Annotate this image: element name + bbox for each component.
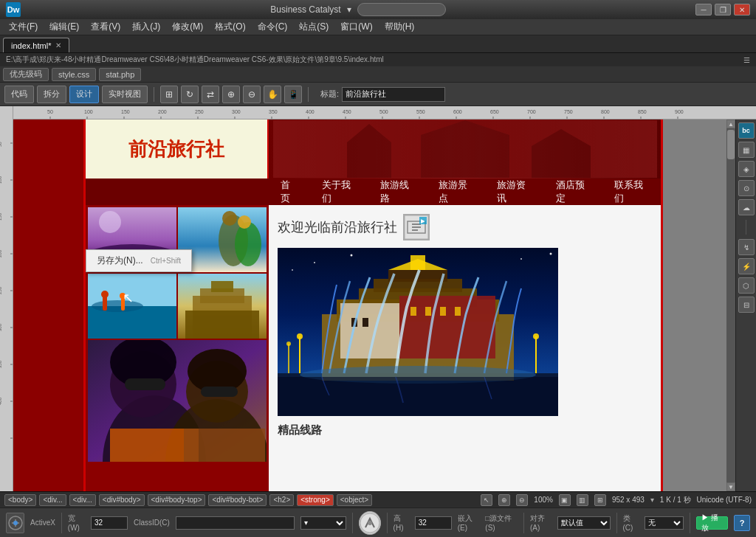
device-icon[interactable]: 📱	[284, 86, 302, 103]
nav-about[interactable]: 关于我们	[310, 179, 368, 205]
bc-dropdown-icon[interactable]: ▾	[347, 4, 351, 15]
svg-rect-69	[88, 306, 176, 339]
status-tag-strong[interactable]: <strong>	[297, 494, 333, 506]
scroll-thumb[interactable]	[727, 130, 735, 159]
menu-edit[interactable]: 编辑(E)	[44, 19, 85, 35]
size-icon[interactable]: ▣	[559, 494, 571, 506]
width-input[interactable]	[91, 516, 128, 530]
main-tab-close[interactable]: ✕	[55, 41, 61, 49]
zoom-icon-status[interactable]: ⊕	[498, 494, 510, 506]
svg-text:700: 700	[527, 109, 536, 114]
embed-label: 嵌入(E)	[458, 513, 480, 532]
width-label: 宽(W)	[68, 513, 85, 532]
device-icon-status[interactable]: ▥	[577, 494, 588, 506]
hand-icon[interactable]: ✋	[264, 86, 281, 103]
preview-icon[interactable]: ⊞	[160, 86, 178, 103]
search-input[interactable]	[357, 3, 446, 16]
zoom-level: 100%	[534, 496, 553, 504]
panel-code-icon[interactable]: ⚡	[738, 258, 755, 274]
svg-text:350: 350	[269, 109, 278, 114]
activex-label: ActiveX	[30, 519, 55, 527]
menu-site[interactable]: 站点(S)	[293, 19, 334, 35]
panel-panel-icon[interactable]: ⊟	[738, 297, 755, 313]
svg-point-72	[101, 291, 109, 298]
subtab-css[interactable]: style.css	[52, 68, 96, 81]
menu-window[interactable]: 窗口(W)	[334, 19, 378, 35]
title-bar: Dw Business Catalyst ▾ ─ ❐ ✕	[0, 0, 756, 19]
nav-contact[interactable]: 联系我们	[602, 179, 661, 205]
menu-format[interactable]: 格式(O)	[209, 19, 251, 35]
menu-bar: 文件(F) 编辑(E) 查看(V) 插入(J) 修改(M) 格式(O) 命令(C…	[0, 19, 756, 35]
menu-insert[interactable]: 插入(J)	[126, 19, 166, 35]
panel-server-icon[interactable]: ☁	[738, 199, 755, 215]
classid-input[interactable]	[176, 516, 295, 530]
zoom-icon[interactable]: ⊕	[222, 86, 240, 103]
align-select[interactable]: 默认值	[557, 516, 610, 530]
svg-rect-110	[410, 255, 425, 270]
minimize-button[interactable]: ─	[695, 4, 712, 15]
featured-title: 精品线路	[278, 423, 652, 437]
svg-text:150: 150	[121, 109, 130, 114]
zoom-out-icon[interactable]: ⊖	[243, 86, 261, 103]
class-select[interactable]: 无	[645, 516, 684, 530]
filter-icon[interactable]: ☰	[743, 56, 750, 64]
split-button[interactable]: 拆分	[37, 86, 66, 103]
main-tab[interactable]: index.html* ✕	[3, 38, 69, 52]
activex-icon	[6, 513, 24, 533]
panel-bc-icon[interactable]: bc	[738, 122, 755, 139]
subtab-current[interactable]: 优先级码	[3, 68, 49, 81]
status-tag-body[interactable]: <body>	[4, 494, 36, 506]
menu-help[interactable]: 帮助(H)	[379, 19, 421, 35]
status-tag-divbodytop[interactable]: <div#body-top>	[148, 494, 206, 506]
zoom-out-icon-status[interactable]: ⊖	[516, 494, 528, 506]
restore-button[interactable]: ❐	[715, 4, 731, 15]
layout-icon[interactable]: ⊞	[594, 494, 606, 506]
menu-modify[interactable]: 修改(M)	[166, 19, 209, 35]
prop-sep-6	[690, 513, 690, 533]
code-button[interactable]: 代码	[4, 86, 34, 103]
classid-select[interactable]: ▾	[300, 516, 346, 530]
design-button[interactable]: 设计	[69, 86, 99, 103]
play-button[interactable]: ▶ 播放	[696, 516, 728, 530]
panel-sync-icon[interactable]: ↯	[738, 239, 755, 255]
status-tag-divbodybot[interactable]: <div#body-bot>	[208, 494, 267, 506]
svg-text:250: 250	[0, 286, 2, 294]
nav-hotel[interactable]: 酒店预定	[544, 179, 602, 205]
nav-home[interactable]: 首页	[269, 179, 310, 205]
sync-icon[interactable]: ⇄	[202, 86, 219, 103]
nav-routes[interactable]: 旅游线路	[368, 179, 427, 205]
status-tag-object[interactable]: <object>	[337, 494, 372, 506]
status-tag-h2[interactable]: <h2>	[269, 494, 294, 506]
menu-command[interactable]: 命令(C)	[252, 19, 294, 35]
subtab-php[interactable]: stat.php	[99, 68, 141, 81]
height-input[interactable]	[415, 516, 452, 530]
select-tool-icon[interactable]: ↖	[481, 494, 492, 506]
status-tag-divbody[interactable]: <div#body>	[99, 494, 145, 506]
page-title-input[interactable]	[342, 87, 445, 102]
nav-news[interactable]: 旅游资讯	[485, 179, 543, 205]
file-info: 1 K / 1 秒	[660, 495, 691, 505]
refresh-icon[interactable]: ↻	[181, 86, 199, 103]
scroll-down-arrow[interactable]: ▼	[726, 482, 735, 491]
panel-plug-icon[interactable]: ⬡	[738, 277, 755, 294]
panel-db-icon[interactable]: ⊙	[738, 180, 755, 196]
menu-view[interactable]: 查看(V)	[85, 19, 126, 35]
status-tag-div2[interactable]: <div...	[69, 494, 96, 506]
panel-files-icon[interactable]: ▦	[738, 142, 755, 158]
prop-help-icon[interactable]: ?	[734, 515, 750, 531]
close-button[interactable]: ✕	[734, 4, 750, 15]
svg-text:50: 50	[0, 142, 2, 147]
prop-sep-2	[352, 513, 353, 533]
svg-rect-84	[125, 378, 165, 390]
menu-file[interactable]: 文件(F)	[3, 19, 44, 35]
horizontal-ruler: 50 100 150 200 250 300 350 400 450 500 5…	[13, 106, 756, 119]
save-as-menu-item[interactable]: 另存为(N)... Ctrl+Shift	[86, 252, 191, 270]
vertical-scrollbar[interactable]: ▲ ▼	[726, 119, 735, 491]
live-view-button[interactable]: 实时视图	[102, 86, 148, 103]
dw-logo: Dw	[6, 2, 21, 17]
scroll-up-arrow[interactable]: ▲	[726, 119, 735, 128]
status-right-area: ↖ ⊕ ⊖ 100% ▣ ▥ ⊞ 952 x 493 ▾ 1 K / 1 秒 U…	[481, 494, 752, 506]
status-tag-div1[interactable]: <div...	[39, 494, 66, 506]
nav-spots[interactable]: 旅游景点	[427, 179, 485, 205]
panel-assets-icon[interactable]: ◈	[738, 161, 755, 177]
